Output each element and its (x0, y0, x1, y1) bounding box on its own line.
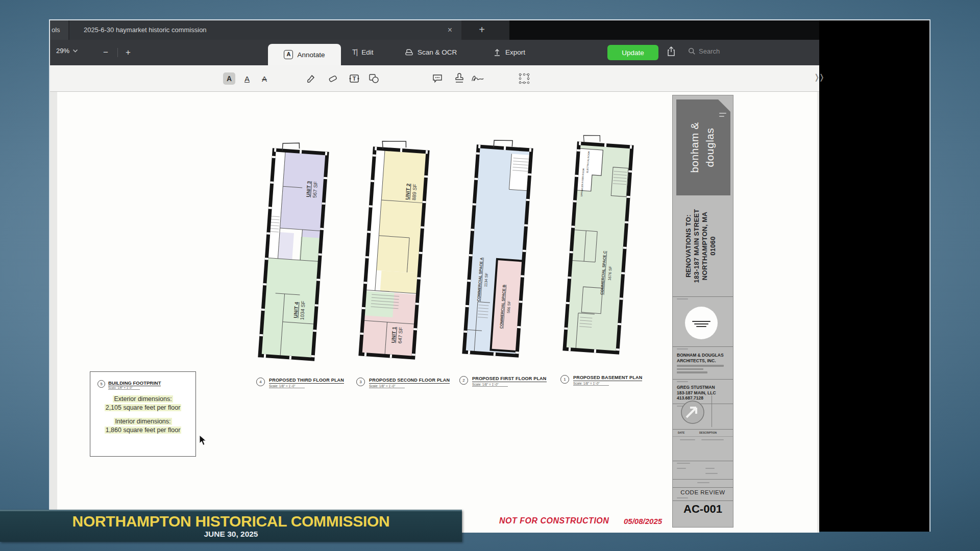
export-icon (493, 48, 501, 57)
document-viewport[interactable]: UNIT 3 567 SF UNIT 4 1034 SF (50, 92, 819, 533)
broadcast-banner: NORTHAMPTON HISTORICAL COMMISSION JUNE 3… (0, 510, 462, 542)
project-address: 183-187 MAIN STREET (693, 209, 700, 283)
owner-llc: 183-187 MAIN, LLC (677, 390, 733, 396)
sheet-number: AC-001 (673, 503, 733, 516)
legend-line: 2,105 square feet per floor (105, 404, 182, 411)
architect-name: ARCHITECTS, INC. (677, 358, 733, 364)
tab-close-icon[interactable]: × (448, 20, 452, 40)
tab-export[interactable]: Export (493, 48, 525, 57)
svg-text:889 SF: 889 SF (411, 184, 418, 201)
legend-number-badge: 5 (97, 380, 105, 388)
plan-title-first: 2 PROPOSED FIRST FLOOR PLANScale: 1/8" =… (459, 376, 567, 387)
legend-line: Interior dimensions: (114, 418, 172, 425)
svg-text:UNIT 3: UNIT 3 (305, 181, 312, 197)
scanner-icon (405, 48, 413, 57)
legend-line: Exterior dimensions: (113, 395, 173, 403)
tab-scan-ocr[interactable]: Scan & OCR (405, 48, 457, 57)
share-button[interactable] (667, 46, 676, 59)
banner-title: NORTHAMPTON HISTORICAL COMMISSION (0, 513, 462, 530)
owner-name: GREG STUSTMAN (677, 385, 733, 390)
tab-bar: ols 2025-6-30 haymarket historic commiss… (50, 20, 819, 40)
svg-text:566 SF: 566 SF (506, 300, 512, 313)
annotate-a-icon: A (284, 50, 293, 59)
architect-name: BONHAM & DOUGLAS (677, 353, 733, 358)
tab-edit[interactable]: T| Edit (352, 48, 373, 56)
svg-text:UNIT 1: UNIT 1 (390, 327, 397, 343)
comment-tool[interactable] (430, 71, 445, 86)
floor-plan-second: UNIT 2 889 SF UNIT 1 647 SF (352, 140, 436, 367)
zoom-dropdown[interactable]: 29% (56, 47, 78, 55)
building-footprint-legend: 5 BUILDING FOOTPRINTScale: 1/8" = 1'-0" … (90, 371, 196, 457)
architect-seal (685, 307, 718, 339)
not-for-construction-stamp: NOT FOR CONSTRUCTION (499, 516, 609, 525)
plan-title-third: 4 PROPOSED THIRD FLOOR PLANScale: 1/8" =… (256, 378, 363, 388)
highlighter-pen-tool[interactable] (304, 71, 318, 86)
table-header-date: DATE (678, 431, 684, 434)
edit-label: Edit (361, 48, 373, 56)
document-tab[interactable]: 2025-6-30 haymarket historic commission … (69, 20, 461, 40)
scan-ocr-label: Scan & OCR (418, 48, 457, 56)
firm-logo: bonham & douglas (676, 99, 730, 195)
mouse-cursor (199, 435, 207, 446)
project-address: RENOVATIONS TO: (684, 214, 692, 278)
shapes-icon (368, 73, 380, 84)
shapes-tool[interactable] (366, 71, 381, 86)
tab-bar-empty-area (509, 20, 819, 40)
export-label: Export (505, 48, 525, 56)
signature-icon (471, 73, 485, 84)
project-address: NORTHAMPTON, MA (701, 212, 708, 280)
menu-partial-tools[interactable]: ols (50, 20, 68, 40)
highlight-text-tool[interactable]: A (223, 72, 235, 85)
selection-tool[interactable] (517, 71, 531, 86)
sheet-title-block: bonham & douglas RENOVATIONS TO: 183-187… (672, 95, 733, 528)
zoom-out-button[interactable]: − (99, 46, 112, 59)
north-arrow (680, 399, 705, 427)
svg-text:UNIT 2: UNIT 2 (404, 183, 411, 200)
comment-bubble-icon (431, 73, 444, 84)
annotation-toolbar: A A A T (50, 65, 819, 92)
highlighter-icon (306, 73, 317, 84)
floor-plan-first: COMMERCIAL SPACE A 1134 SF COMMERCIAL SP… (456, 138, 540, 365)
plan-title-second: 3 PROPOSED SECOND FLOOR PLANScale: 1/8" … (356, 378, 463, 388)
text-box-icon: T (348, 73, 360, 84)
plan-title-basement: 1 PROPOSED BASEMENT PLANScale: 1/8" = 1'… (560, 375, 668, 386)
eraser-icon (327, 73, 338, 84)
toolbar-divider (117, 48, 118, 57)
underline-text-tool[interactable]: A (240, 71, 254, 86)
svg-text:T: T (353, 76, 356, 82)
strikethrough-text-tool[interactable]: A (257, 71, 272, 86)
pdf-viewer-app: ols 2025-6-30 haymarket historic commiss… (50, 20, 819, 532)
signature-tool[interactable] (471, 71, 485, 86)
stamp-tool[interactable] (452, 71, 467, 86)
eraser-tool[interactable] (326, 71, 340, 86)
tab-annotate[interactable]: A Annotate (268, 44, 341, 65)
date-stamp: 05/08/2025 (624, 517, 662, 525)
plan-number-badge: 1 (560, 375, 569, 384)
plan-number-badge: 3 (356, 378, 365, 386)
zoom-level: 29% (56, 47, 69, 55)
sidebar-handle-icon[interactable]: ❭❭ (814, 72, 823, 82)
banner-date: JUNE 30, 2025 (0, 530, 462, 539)
text-box-tool[interactable]: T (347, 71, 361, 86)
new-tab-button[interactable]: + (473, 20, 491, 39)
floor-plan-basement: ELECTRICAL ROOM SPRINKLER RISER ROOM COM… (556, 135, 640, 362)
plan-number-badge: 4 (256, 378, 265, 386)
tab-title: 2025-6-30 haymarket historic commission (84, 20, 207, 40)
table-header-description: DESCRIPTION (699, 431, 717, 434)
sheet-title: CODE REVIEW (673, 489, 733, 495)
svg-text:647 SF: 647 SF (397, 327, 404, 344)
selection-rect-icon (518, 72, 531, 85)
share-icon (667, 46, 676, 57)
main-toolbar: 29% − + A Annotate T| Edit Scan & OCR (50, 40, 819, 65)
chevron-down-icon (72, 49, 78, 53)
zoom-in-button[interactable]: + (121, 46, 135, 59)
project-address: 01060 (709, 236, 717, 256)
search-icon (688, 47, 696, 55)
stamp-icon (454, 73, 465, 84)
edit-text-icon: T| (352, 48, 357, 56)
plan-number-badge: 2 (459, 376, 468, 385)
update-button[interactable]: Update (607, 45, 658, 60)
svg-text:UNIT 4: UNIT 4 (292, 302, 299, 318)
search-placeholder: Search (699, 47, 720, 55)
search-input[interactable]: Search (688, 47, 720, 55)
